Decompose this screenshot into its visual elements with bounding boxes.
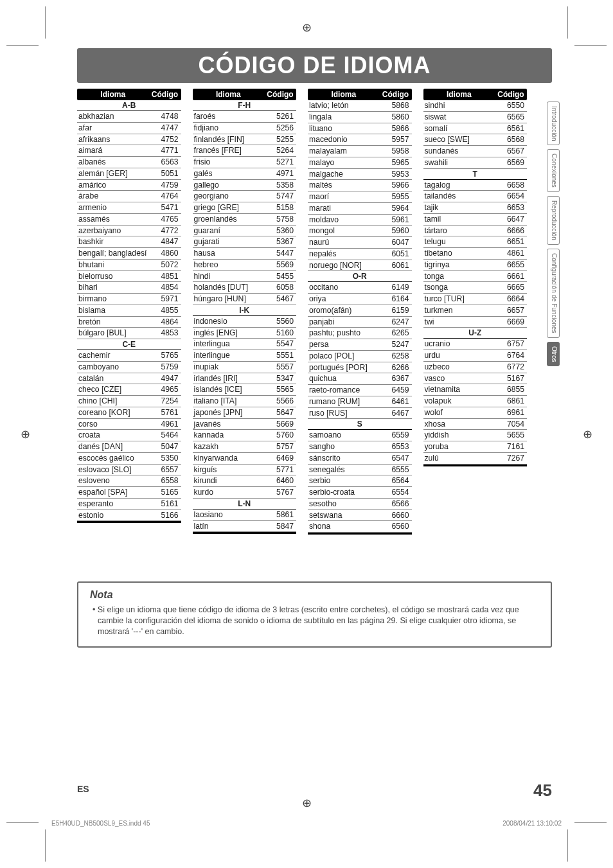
language-code: 5158 [265,203,296,213]
tab-introducción[interactable]: Introducción [547,102,560,145]
column-header: IdiomaCódigo [77,89,181,100]
language-name: somalí [423,124,497,134]
table-row: moldavo5961 [308,215,412,226]
language-code: 4855 [150,306,181,315]
table-row: checo [CZE]4965 [77,384,181,396]
tab-configuración-de-funciones[interactable]: Configuración de Funciones [547,249,560,338]
language-name: telugu [423,237,497,247]
language-name: oriya [308,294,381,304]
table-row: tigrinya6655 [423,260,528,271]
table-row: raeto-romance6459 [308,385,412,396]
language-name: finlandés [FIN] [193,135,266,145]
language-name: gallego [193,181,266,190]
header-idioma: Idioma [193,89,265,100]
language-name: fidjiano [193,123,266,133]
table-row: inupiak5557 [193,362,297,373]
table-row: lituano5866 [308,123,412,135]
language-name: guaraní [193,226,266,236]
language-name: inupiak [193,362,266,372]
table-row: volapuk6861 [423,396,528,407]
language-code: 5960 [381,226,412,236]
table-row: siswat6565 [423,112,528,123]
table-row: sindhi6550 [423,100,528,112]
tab-conexiones[interactable]: Conexiones [547,149,560,192]
language-name: croata [77,430,150,440]
table-row: hausa5447 [193,248,297,260]
table-row: lingala5860 [308,112,412,123]
language-code: 5757 [265,442,296,452]
language-code: 5964 [381,204,412,213]
section-heading: S [308,419,412,430]
language-name: ucranio [423,339,497,349]
table-row: birmano5971 [77,294,181,305]
crop-mark [45,829,46,862]
table-row: cachemir5765 [77,350,181,362]
tab-otros[interactable]: Otros [547,342,560,366]
language-code: 6561 [496,124,527,134]
table-row: quichua6367 [308,373,412,385]
language-name: estonio [77,511,150,520]
language-name: chino [CHI] [77,396,150,406]
language-name: esperanto [77,499,150,509]
language-code: 6460 [265,476,296,486]
table-row: polaco [POL]6258 [308,351,412,362]
language-code: 5455 [265,272,296,281]
language-code: 5955 [381,192,412,202]
language-name: raeto-romance [308,385,381,395]
language-code: 4759 [150,181,181,190]
language-name: groenlandés [193,215,266,224]
table-row: camboyano5759 [77,362,181,373]
language-code: 6757 [496,339,527,349]
registration-mark-icon: ⊕ [302,796,312,810]
language-name: inglés [ENG] [193,328,266,338]
language-code: 5261 [265,112,296,121]
table-row: malgache5953 [308,169,412,181]
table-row: turco [TUR]6664 [423,294,528,305]
language-name: tagalog [423,181,497,190]
table-row: tsonga6665 [423,282,528,294]
language-name: bihari [77,283,150,292]
language-name: kazakh [193,442,266,452]
language-name: afar [77,123,150,133]
crop-mark [574,45,607,46]
table-row: malayalam5958 [308,146,412,157]
language-name: senegalés [308,465,381,475]
table-row: naurú6047 [308,237,412,249]
language-code: 5447 [265,249,296,258]
language-code: 5747 [265,191,296,201]
crop-mark [6,45,39,46]
table-row: búlgaro [BUL]4853 [77,328,181,339]
language-name: ruso [RUS] [308,409,381,418]
language-name: tibetano [423,249,497,258]
language-name: amárico [77,181,150,190]
language-name: yiddish [423,430,497,440]
language-name: latvio; letón [308,101,381,111]
tab-reproducción[interactable]: Reproducción [547,196,560,245]
table-row: alemán [GER]5051 [77,168,181,180]
table-row: kirundi6460 [193,475,297,487]
language-code: 5765 [150,351,181,360]
language-code: 4961 [150,420,181,429]
table-row: oromo(afán)6159 [308,305,412,317]
language-code: 4864 [150,317,181,327]
language-name: húngaro [HUN] [193,294,266,304]
language-code: 4772 [150,226,181,236]
section-heading: F-H [193,100,297,111]
language-code: 5560 [265,317,296,326]
language-code: 6058 [265,283,296,292]
table-row: uzbeco6772 [423,362,528,373]
language-code: 6469 [265,454,296,463]
table-row: wolof6961 [423,407,528,419]
language-name: maltés [308,181,381,190]
section-tabs: IntroducciónConexionesReproducciónConfig… [547,102,560,366]
table-row: telugu6651 [423,236,528,248]
language-name: azerbaiyano [77,226,150,236]
language-name: siswat [423,112,497,122]
language-code: 6550 [496,101,527,111]
table-row: danés [DAN]5047 [77,441,181,453]
language-name: pashtu; pushto [308,328,381,338]
table-row: bashkir4847 [77,236,181,248]
language-code: 6559 [381,430,412,440]
language-name: sueco [SWE] [423,135,497,145]
footer-page-number: 45 [533,781,552,801]
